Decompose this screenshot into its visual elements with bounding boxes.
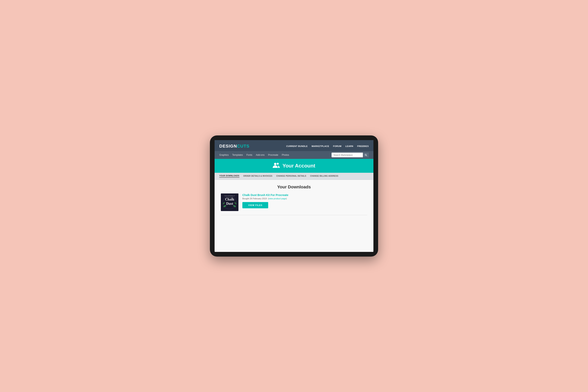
tab-change-billing-address[interactable]: CHANGE BILLING ADDRESS — [310, 175, 338, 178]
search-button[interactable] — [363, 152, 369, 157]
tab-order-details[interactable]: ORDER DETAILS & INVOICES — [243, 175, 272, 178]
downloads-section-title: Your Downloads — [221, 184, 367, 190]
svg-text:CHALK LETTERING KIT: CHALK LETTERING KIT — [224, 195, 235, 196]
product-date-text: Bought 26 February 2019 — [242, 197, 267, 200]
nav-learn[interactable]: LEARN — [346, 145, 353, 147]
users-icon-svg — [273, 162, 280, 168]
product-name[interactable]: Chalk Dust Brush Kit For Procreate — [242, 194, 367, 196]
sub-nav-templates[interactable]: Templates — [232, 154, 243, 156]
nav-freebies[interactable]: FREEBIES — [357, 145, 369, 147]
nav-forum[interactable]: FORUM — [333, 145, 342, 147]
product-row: Chalk Dust CHALK LETTERING KIT FOR — [221, 194, 367, 215]
svg-text:Dust: Dust — [226, 202, 233, 206]
tab-your-downloads[interactable]: YOUR DOWNLOADS — [219, 175, 239, 178]
search-icon — [364, 154, 367, 156]
account-tabs: YOUR DOWNLOADS ORDER DETAILS & INVOICES … — [215, 173, 373, 180]
tab-change-personal-details[interactable]: CHANGE PERSONAL DETAILS — [276, 175, 306, 178]
svg-point-10 — [226, 198, 227, 199]
header: DESIGNCUTS CURRENT BUNDLE MARKETPLACE FO… — [215, 141, 373, 151]
chalk-dust-thumbnail: Chalk Dust CHALK LETTERING KIT FOR — [221, 194, 238, 211]
account-users-icon — [273, 162, 280, 169]
tablet-frame: DESIGNCUTS CURRENT BUNDLE MARKETPLACE FO… — [210, 136, 378, 256]
screen: DESIGNCUTS CURRENT BUNDLE MARKETPLACE FO… — [215, 140, 373, 252]
account-title: Your Account — [282, 163, 315, 169]
sub-nav-photos[interactable]: Photos — [282, 154, 289, 156]
sub-nav-links: Graphics Templates Fonts Add-ons Procrea… — [219, 154, 289, 156]
svg-point-0 — [274, 163, 276, 165]
search-box — [332, 152, 369, 157]
product-thumbnail: Chalk Dust CHALK LETTERING KIT FOR — [221, 194, 238, 211]
logo-design: DESIGN — [219, 144, 237, 148]
sub-nav-fonts[interactable]: Fonts — [246, 154, 252, 156]
logo[interactable]: DESIGNCUTS — [219, 144, 249, 149]
sub-nav-procreate[interactable]: Procreate — [268, 154, 278, 156]
product-date: Bought 26 February 2019 (view product pa… — [242, 197, 367, 200]
svg-point-1 — [277, 163, 279, 165]
sub-nav-addons[interactable]: Add-ons — [256, 154, 265, 156]
view-files-button[interactable]: VIEW FILES — [242, 202, 268, 208]
account-banner: Your Account — [215, 159, 373, 173]
svg-text:Chalk: Chalk — [225, 197, 234, 201]
main-nav: CURRENT BUNDLE MARKETPLACE FORUM LEARN F… — [286, 145, 369, 147]
search-input[interactable] — [332, 153, 363, 157]
product-info: Chalk Dust Brush Kit For Procreate Bough… — [242, 194, 367, 208]
svg-point-12 — [234, 199, 235, 200]
nav-marketplace[interactable]: MARKETPLACE — [312, 145, 329, 147]
logo-cuts: CUTS — [237, 144, 249, 148]
sub-nav: Graphics Templates Fonts Add-ons Procrea… — [215, 151, 373, 159]
svg-text:FOR PROCREATE: FOR PROCREATE — [226, 197, 233, 198]
main-content: Your Downloads Chalk Dust — [215, 180, 373, 252]
nav-current-bundle[interactable]: CURRENT BUNDLE — [286, 145, 308, 147]
sub-nav-graphics[interactable]: Graphics — [219, 154, 229, 156]
view-product-page-link[interactable]: view product page — [269, 197, 286, 200]
